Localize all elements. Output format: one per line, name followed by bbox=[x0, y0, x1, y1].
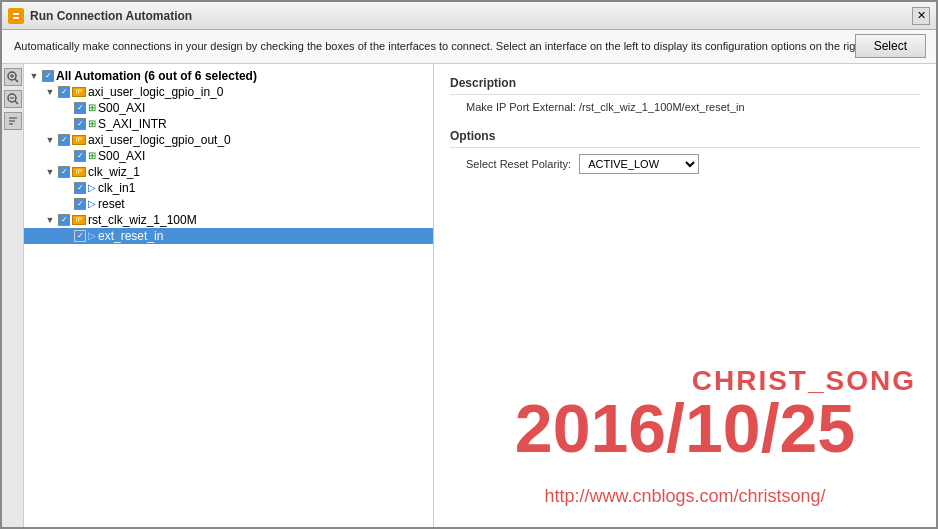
label-gpio-out: axi_user_logic_gpio_out_0 bbox=[88, 133, 231, 147]
tree-item-ext-reset[interactable]: ✓ ▷ ext_reset_in bbox=[24, 228, 433, 244]
svg-line-4 bbox=[15, 79, 18, 82]
checkbox-gpio-out-s00axi[interactable]: ✓ bbox=[74, 150, 86, 162]
description-text: Automatically make connections in your d… bbox=[14, 40, 868, 52]
label-gpio-in-s00axi: S00_AXI bbox=[98, 101, 145, 115]
tree-item-clkin1[interactable]: ✓ ▷ clk_in1 bbox=[24, 180, 433, 196]
ip-icon-gpio-in: IP bbox=[72, 87, 86, 97]
port-icon-reset: ▷ bbox=[88, 198, 96, 209]
label-gpio-in-saxiintr: S_AXI_INTR bbox=[98, 117, 167, 131]
tree-item-clkwiz[interactable]: ▼ ✓ IP clk_wiz_1 bbox=[24, 164, 433, 180]
watermark-url: http://www.cnblogs.com/christsong/ bbox=[434, 486, 936, 507]
label-rst: rst_clk_wiz_1_100M bbox=[88, 213, 197, 227]
reset-polarity-label: Select Reset Polarity: bbox=[466, 158, 571, 170]
label-gpio-in: axi_user_logic_gpio_in_0 bbox=[88, 85, 223, 99]
checkbox-root[interactable]: ✓ bbox=[42, 70, 54, 82]
watermark-area: CHRIST_SONG 2016/10/25 http://www.cnblog… bbox=[434, 307, 936, 527]
options-title: Options bbox=[450, 129, 920, 148]
tree-item-gpio-in[interactable]: ▼ ✓ IP axi_user_logic_gpio_in_0 bbox=[24, 84, 433, 100]
close-button[interactable]: ✕ bbox=[912, 7, 930, 25]
port-icon-ext-reset: ▷ bbox=[88, 230, 96, 241]
svg-rect-2 bbox=[13, 17, 19, 19]
svg-line-8 bbox=[15, 101, 18, 104]
expand-spacer-2 bbox=[60, 118, 72, 130]
description-bar: Automatically make connections in your d… bbox=[2, 30, 936, 64]
watermark-name: CHRIST_SONG bbox=[692, 365, 916, 397]
expand-spacer-5 bbox=[60, 198, 72, 210]
expand-spacer-1 bbox=[60, 102, 72, 114]
expand-spacer-3 bbox=[60, 150, 72, 162]
reset-polarity-row: Select Reset Polarity: ACTIVE_LOW ACTIVE… bbox=[466, 154, 920, 174]
content-area: ▼ ✓ All Automation (6 out of 6 selected)… bbox=[2, 64, 936, 528]
checkbox-gpio-in-s00axi[interactable]: ✓ bbox=[74, 102, 86, 114]
watermark-date: 2016/10/25 bbox=[434, 389, 936, 467]
left-toolbar bbox=[2, 64, 24, 528]
tree-item-gpio-out-s00axi[interactable]: ✓ ⊞ S00_AXI bbox=[24, 148, 433, 164]
toolbar-zoom-out[interactable] bbox=[4, 90, 22, 108]
tree-panel: ▼ ✓ All Automation (6 out of 6 selected)… bbox=[24, 64, 434, 528]
expand-spacer-4 bbox=[60, 182, 72, 194]
tree-root[interactable]: ▼ ✓ All Automation (6 out of 6 selected) bbox=[24, 68, 433, 84]
checkbox-clkwiz[interactable]: ✓ bbox=[58, 166, 70, 178]
label-gpio-out-s00axi: S00_AXI bbox=[98, 149, 145, 163]
label-reset: reset bbox=[98, 197, 125, 211]
expand-icon-root: ▼ bbox=[28, 70, 40, 82]
checkbox-gpio-out[interactable]: ✓ bbox=[58, 134, 70, 146]
expand-icon-clkwiz: ▼ bbox=[44, 166, 56, 178]
main-window: Run Connection Automation ✕ Automaticall… bbox=[0, 0, 938, 529]
ip-icon-gpio-out: IP bbox=[72, 135, 86, 145]
tree-root-label: All Automation (6 out of 6 selected) bbox=[56, 69, 257, 83]
app-icon bbox=[8, 8, 24, 24]
expand-spacer-6 bbox=[60, 230, 72, 242]
window-title: Run Connection Automation bbox=[30, 9, 912, 23]
ip-icon-rst: IP bbox=[72, 215, 86, 225]
title-bar: Run Connection Automation ✕ bbox=[2, 2, 936, 30]
expand-icon-gpio-out: ▼ bbox=[44, 134, 56, 146]
tree-item-gpio-in-s00axi[interactable]: ✓ ⊞ S00_AXI bbox=[24, 100, 433, 116]
description-title: Description bbox=[450, 76, 920, 95]
svg-rect-1 bbox=[13, 13, 19, 15]
svg-rect-0 bbox=[11, 11, 21, 21]
toolbar-sort[interactable] bbox=[4, 112, 22, 130]
port-icon-clkin1: ▷ bbox=[88, 182, 96, 193]
checkbox-ext-reset[interactable]: ✓ bbox=[74, 230, 86, 242]
port-icon-saxiintr: ⊞ bbox=[88, 118, 96, 129]
checkbox-gpio-in[interactable]: ✓ bbox=[58, 86, 70, 98]
label-clkin1: clk_in1 bbox=[98, 181, 135, 195]
checkbox-reset[interactable]: ✓ bbox=[74, 198, 86, 210]
expand-icon-gpio-in: ▼ bbox=[44, 86, 56, 98]
tree-item-rst[interactable]: ▼ ✓ IP rst_clk_wiz_1_100M bbox=[24, 212, 433, 228]
label-ext-reset: ext_reset_in bbox=[98, 229, 163, 243]
port-icon-s00axi: ⊞ bbox=[88, 102, 96, 113]
checkbox-rst[interactable]: ✓ bbox=[58, 214, 70, 226]
options-area: Options Select Reset Polarity: ACTIVE_LO… bbox=[450, 129, 920, 174]
label-clkwiz: clk_wiz_1 bbox=[88, 165, 140, 179]
tree-item-reset[interactable]: ✓ ▷ reset bbox=[24, 196, 433, 212]
select-button[interactable]: Select bbox=[855, 34, 926, 58]
checkbox-clkin1[interactable]: ✓ bbox=[74, 182, 86, 194]
tree-item-gpio-out[interactable]: ▼ ✓ IP axi_user_logic_gpio_out_0 bbox=[24, 132, 433, 148]
right-panel: Description Make IP Port External: /rst_… bbox=[434, 64, 936, 528]
port-icon-gpio-out-s00axi: ⊞ bbox=[88, 150, 96, 161]
expand-icon-rst: ▼ bbox=[44, 214, 56, 226]
toolbar-zoom-in[interactable] bbox=[4, 68, 22, 86]
checkbox-gpio-in-saxiintr[interactable]: ✓ bbox=[74, 118, 86, 130]
ip-icon-clkwiz: IP bbox=[72, 167, 86, 177]
tree-item-gpio-in-saxiintr[interactable]: ✓ ⊞ S_AXI_INTR bbox=[24, 116, 433, 132]
description-value: Make IP Port External: /rst_clk_wiz_1_10… bbox=[466, 101, 920, 113]
reset-polarity-select[interactable]: ACTIVE_LOW ACTIVE_HIGH bbox=[579, 154, 699, 174]
